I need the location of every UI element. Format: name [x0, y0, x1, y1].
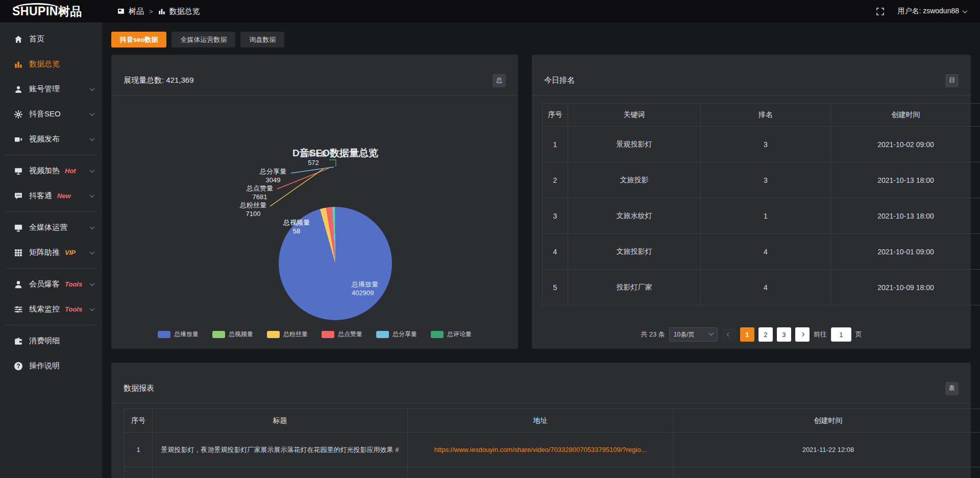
page-button-2[interactable]: 2 [758, 327, 773, 342]
sidebar: 首页 数据总览 账号管理 抖音SEO 视频发布 视频加热 Hot [0, 22, 102, 478]
legend-item-comments[interactable]: 总评论量 [431, 330, 472, 339]
sidebar-item-label: 消费明细 [29, 336, 60, 346]
grid-icon [14, 249, 22, 257]
sidebar-item-account[interactable]: 账号管理 [0, 77, 102, 102]
col-created: 创建时间 [673, 409, 980, 433]
total-toggle-button[interactable]: 总 [493, 74, 506, 87]
sidebar-divider [5, 325, 97, 325]
page-size-select[interactable]: 10条/页 [669, 327, 718, 342]
breadcrumb-root[interactable]: 树品 [129, 7, 144, 16]
col-index: 序号 [125, 409, 153, 433]
table-row: 1 景观投影灯，夜游景观投影灯厂家展示展示落花灯在花园里的灯光投影应用效果 # … [125, 433, 980, 467]
chevron-left-icon [727, 332, 731, 337]
sidebar-item-label: 线索监控 [29, 304, 60, 314]
legend-item-likes[interactable]: 总点赞量 [322, 330, 362, 339]
legend-item-shares[interactable]: 总分享量 [376, 330, 417, 339]
pie-label-likes: 总点赞量7681 [247, 184, 273, 201]
legend-swatch [267, 331, 280, 338]
top-header: SHUPIN树品 树品 > 数据总览 用户名: zswodun88 [0, 0, 980, 22]
sidebar-item-guide[interactable]: ? 操作说明 [0, 353, 102, 378]
chevron-down-icon [90, 281, 95, 286]
sidebar-item-clue-monitor[interactable]: 线索监控 Tools [0, 297, 102, 322]
pie-label-plays: 总播放量402909 [352, 280, 378, 297]
chevron-down-icon [90, 111, 95, 116]
url-link[interactable]: https://www.iesdouyin.com/share/video/70… [408, 433, 673, 467]
logo[interactable]: SHUPIN树品 [0, 4, 102, 19]
keyword-cell: 投影灯厂家 [568, 270, 701, 305]
goto-page-input[interactable] [831, 327, 851, 342]
prev-page-button[interactable] [722, 327, 736, 342]
hot-badge: Hot [65, 167, 76, 175]
table-row: 1 景观投影灯 3 2021-10-02 09:00 [543, 127, 980, 162]
chat-icon [14, 192, 22, 200]
index-cell: 3 [543, 198, 568, 234]
chevron-down-icon [708, 330, 714, 336]
sidebar-item-label: 操作说明 [29, 361, 60, 371]
logo-arc [13, 3, 60, 9]
rank-panel-title: 今日排名 [544, 76, 575, 85]
new-badge: New [57, 192, 71, 200]
sidebar-item-douyin-seo[interactable]: 抖音SEO [0, 102, 102, 127]
legend-item-fans[interactable]: 总粉丝量 [267, 330, 308, 339]
chevron-down-icon [963, 8, 968, 13]
table-row: 2 文旅投影 3 2021-10-13 18:00 [543, 162, 980, 198]
legend-item-videos[interactable]: 总视频量 [212, 330, 253, 339]
chevron-right-icon [800, 332, 804, 337]
index-cell: 1 [543, 127, 568, 162]
pagination-total: 共 23 条 [641, 330, 665, 339]
rank-cell: 1 [701, 198, 831, 234]
tab-inquiry-data[interactable]: 询盘数据 [240, 32, 284, 47]
overview-panel: 展现量总数: 421,369 总 D音SEO数据量总览 总评论量572 总分享量… [111, 55, 518, 349]
table-header-row: 序号 标题 地址 创建时间 [125, 409, 980, 433]
sidebar-item-home[interactable]: 首页 [0, 27, 102, 52]
sidebar-item-expense-detail[interactable]: 消费明细 [0, 328, 102, 353]
created-cell: 2021-10-09 18:00 [831, 270, 980, 305]
sidebar-item-video-heat[interactable]: 视频加热 Hot [0, 158, 102, 183]
overview-total-label: 展现量总数: 421,369 [124, 76, 194, 85]
col-created: 创建时间 [831, 104, 980, 127]
col-rank: 排名 [701, 104, 831, 127]
legend-item-plays[interactable]: 总播放量 [158, 330, 199, 339]
sidebar-item-data-overview[interactable]: 数据总览 [0, 52, 102, 77]
empty-cell [125, 467, 153, 478]
user-icon [14, 85, 22, 93]
tab-bar: 抖音seo数据 全媒体运营数据 询盘数据 [111, 32, 284, 47]
table-row: 4 文旅投影灯 4 2021-10-01 09:00 [543, 234, 980, 270]
tab-douyin-seo-data[interactable]: 抖音seo数据 [111, 32, 166, 47]
sidebar-item-media-ops[interactable]: 全媒体运营 [0, 215, 102, 240]
overview-panel-header: 展现量总数: 421,369 总 [111, 55, 518, 95]
legend-swatch [322, 331, 334, 338]
report-table: 序号 标题 地址 创建时间 1 景观投影灯，夜游景观投影灯厂家展示展示落花灯在花… [124, 409, 980, 478]
pagination: 共 23 条 10条/页 1 2 3 前往 页 [532, 327, 971, 342]
sidebar-divider [5, 268, 97, 269]
page-button-3[interactable]: 3 [777, 327, 791, 342]
index-cell: 1 [125, 433, 153, 467]
tools-badge: Tools [65, 305, 82, 313]
created-cell: 2021-11-22 12:08 [673, 433, 980, 467]
next-page-button[interactable] [795, 327, 810, 342]
rank-cell: 4 [701, 270, 831, 305]
sidebar-item-video-publish[interactable]: 视频发布 [0, 127, 102, 152]
tools-badge: Tools [65, 280, 82, 288]
tab-media-ops-data[interactable]: 全媒体运营数据 [172, 32, 235, 47]
day-toggle-button[interactable]: 日 [945, 74, 959, 87]
sidebar-item-douketong[interactable]: 抖客通 New [0, 183, 102, 208]
empty-cell [153, 467, 408, 478]
main-content: 抖音seo数据 全媒体运营数据 询盘数据 展现量总数: 421,369 总 D音… [102, 22, 980, 478]
logo-text-cn: 树品 [58, 5, 82, 18]
table-toggle-button[interactable]: 表 [945, 382, 959, 395]
pie-label-comments: 总评论量572 [300, 150, 327, 167]
rank-panel: 今日排名 日 序号 关键词 排名 创建时间 1 景观投影灯 [532, 55, 971, 349]
legend-swatch [376, 331, 389, 338]
fullscreen-icon[interactable] [876, 8, 884, 15]
sidebar-item-member-tools[interactable]: 会员爆客 Tools [0, 272, 102, 297]
page-button-1[interactable]: 1 [740, 327, 754, 342]
chevron-down-icon [90, 224, 95, 229]
col-index: 序号 [543, 104, 568, 127]
bar-chart-icon [14, 60, 22, 68]
sidebar-item-label: 视频发布 [29, 134, 60, 144]
sidebar-item-matrix-boost[interactable]: 矩阵助推 VIP [0, 240, 102, 265]
legend-swatch [212, 331, 225, 338]
rank-cell: 3 [701, 162, 831, 198]
user-menu[interactable]: 用户名: zswodun88 [897, 7, 967, 16]
